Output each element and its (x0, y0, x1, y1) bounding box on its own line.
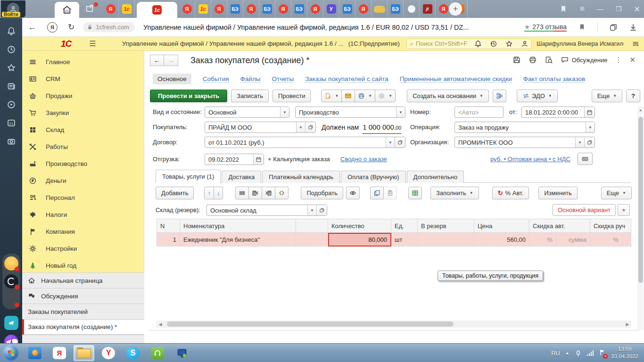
start-button[interactable] (3, 345, 19, 361)
auto-discount-button[interactable]: ↻% Авт. (492, 187, 529, 199)
home-tab[interactable] (55, 2, 79, 18)
unload-to-terminal-button[interactable] (262, 187, 275, 199)
browser-tab[interactable]: Я (179, 0, 195, 18)
organization-select[interactable]: ПРОМИНТЕК ООО▼ (454, 137, 595, 148)
cell-discount-manual-pct[interactable]: % (590, 233, 622, 247)
cell-unit[interactable]: шт (391, 233, 418, 247)
plusdock-icon[interactable] (4, 292, 18, 306)
browser-tab[interactable]: У (323, 0, 339, 18)
notifications-icon[interactable] (474, 40, 482, 48)
browser-login-button[interactable]: Войти (1, 0, 25, 17)
clock[interactable]: 13:59 23.04.2022 (611, 346, 638, 360)
user-icon[interactable] (521, 40, 528, 48)
col-quantity[interactable]: Количество (328, 219, 391, 233)
taskbar-mediaplayer[interactable] (25, 345, 45, 361)
favorites-icon[interactable] (505, 40, 513, 48)
forward-button[interactable]: → (164, 55, 178, 66)
bell-icon[interactable] (6, 25, 17, 37)
more-menu-icon[interactable]: ⋮ (615, 56, 622, 64)
sidebar-item[interactable]: Персонал (22, 189, 144, 206)
chevron-down-icon[interactable]: ▼ (396, 107, 405, 117)
tracker-icon[interactable] (4, 274, 18, 288)
cell-quantity-selected[interactable]: 80,000 (328, 233, 391, 247)
customer-select[interactable]: ПРАЙД М ООО▼ (205, 122, 316, 133)
new-tab-device-button[interactable] (85, 4, 97, 14)
sidebar-item[interactable]: Главное (22, 53, 144, 70)
structure-button[interactable] (493, 90, 506, 102)
1c-logo[interactable]: 1С (61, 39, 71, 49)
restore-button[interactable]: ❐ (616, 5, 622, 13)
debt-amount[interactable]: 1 000 000,00 (363, 122, 401, 134)
camera-icon[interactable] (6, 136, 17, 147)
browser-tab[interactable] (372, 0, 388, 18)
open-item-icon[interactable] (316, 205, 327, 215)
download-icon[interactable] (629, 23, 637, 32)
col-n[interactable]: N (157, 219, 180, 233)
browser-tab[interactable]: БЭ (259, 0, 275, 18)
col-discount-manual[interactable]: Скидка руч (590, 219, 631, 233)
sheet-tab[interactable]: Платежный календарь (262, 171, 340, 183)
chevron-down-icon[interactable]: ▼ (307, 205, 316, 215)
browser-tab[interactable]: Я (103, 0, 119, 18)
customer-debt[interactable]: Должен нам 1 000 000,00 (322, 122, 401, 134)
col-unit[interactable]: Ед. (391, 219, 418, 233)
sidebar-item[interactable]: Новый год (22, 257, 144, 274)
date-field[interactable]: 18.01.2022 0:00:00 (521, 107, 595, 118)
chevron-down-icon[interactable]: ▼ (586, 122, 594, 132)
variant-button[interactable]: Основной вариант (553, 204, 616, 216)
play-icon[interactable] (6, 99, 17, 110)
view-button[interactable] (346, 187, 360, 199)
add-row-button[interactable]: Добавить (156, 187, 194, 199)
open-item-icon[interactable] (305, 122, 315, 132)
taskbar-ybrowser[interactable]: Y (98, 345, 119, 361)
open-window-item[interactable]: Заказ покупателя (создание) * (22, 319, 144, 335)
taskbar-remote[interactable] (172, 345, 192, 361)
sidebar-item[interactable]: Работы (22, 138, 144, 155)
browser-tab[interactable]: БЭ (388, 0, 404, 18)
browser-tab[interactable]: БЭ (339, 0, 355, 18)
bookmark-page-icon[interactable] (578, 23, 586, 31)
taskbar-skype[interactable]: S (123, 345, 143, 361)
print-menu-button[interactable]: ▼ (355, 90, 375, 102)
browser-tab[interactable]: БЭ (227, 0, 243, 18)
send-email-button[interactable] (341, 90, 355, 102)
table-hscrollbar[interactable]: ◀ ▶ (157, 321, 631, 328)
browser-tab[interactable]: 1с (195, 0, 211, 18)
scroll-up-icon[interactable]: ▲ (637, 107, 644, 113)
form-nav-tab[interactable]: Факт оплаты заказов (523, 75, 585, 83)
address-field[interactable]: 1cfresh.com (83, 22, 135, 32)
minimize-button[interactable]: — (597, 5, 603, 13)
feed-icon[interactable] (6, 81, 17, 92)
contract-select[interactable]: от 01.10.2021 (руб.)▼ (205, 137, 405, 148)
move-down-button[interactable]: ↓ (214, 187, 223, 199)
sidebar-item[interactable]: Закупки (22, 104, 144, 121)
order-calculation-link[interactable]: + Калькуляция заказа (268, 154, 330, 165)
fill-menu-button[interactable]: Заполнить▼ (430, 187, 479, 199)
chevron-down-icon[interactable]: ▼ (280, 107, 289, 117)
back-button[interactable]: ← (150, 55, 164, 66)
open-item-icon[interactable] (395, 137, 405, 148)
sidebar-item[interactable]: Компания (22, 223, 144, 240)
scroll-left-icon[interactable]: ◀ (157, 321, 164, 328)
open-window-item[interactable]: Заказы покупателей (22, 304, 144, 319)
sidebar-item[interactable]: Деньги (22, 172, 144, 189)
new-tab-button[interactable]: + (449, 2, 462, 16)
chevron-down-icon[interactable]: ▼ (296, 122, 305, 132)
tg-icon[interactable] (4, 316, 18, 330)
form-nav-tab[interactable]: События (203, 75, 229, 83)
chevron-down-icon[interactable]: ▼ (575, 137, 584, 148)
create-doc-button[interactable]: ▼ (321, 90, 342, 102)
post-button[interactable]: Провести (272, 90, 311, 102)
form-vscrollbar[interactable]: ▲ (637, 107, 644, 330)
load-from-terminal-button[interactable] (248, 187, 262, 199)
col-nomenclature[interactable]: Номенклатура (180, 219, 296, 233)
yandex-icon[interactable]: Я (47, 22, 58, 33)
discussion-button[interactable]: Обсуждение (561, 56, 608, 64)
language-indicator[interactable]: RU (551, 350, 560, 357)
cell-empty[interactable] (296, 233, 328, 247)
open-item-icon[interactable] (584, 137, 594, 148)
table-more-button[interactable]: Еще▼ (601, 187, 632, 199)
cell-reserve[interactable] (418, 233, 474, 247)
paste-rows-button[interactable] (383, 187, 397, 199)
cell-discount-sum[interactable]: сумма (556, 233, 590, 247)
